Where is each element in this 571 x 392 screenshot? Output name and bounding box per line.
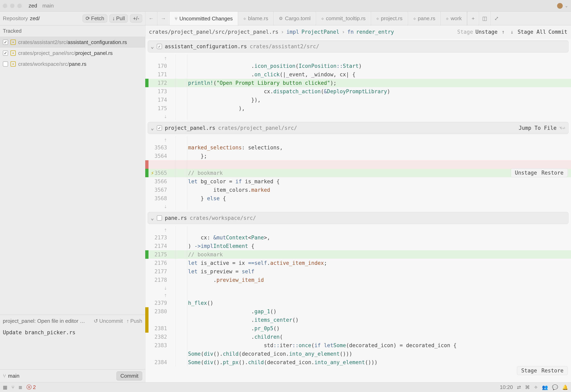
uncommit-button[interactable]: ↺Uncommit <box>94 318 123 324</box>
chevron-down-icon[interactable]: ⌄ <box>151 44 154 49</box>
stage-checkbox[interactable] <box>3 40 8 45</box>
last-commit-msg[interactable]: project_panel: Open file in editor … <box>3 318 90 324</box>
crumb-path[interactable]: crates/project_panel/src/project_panel.r… <box>149 29 278 35</box>
tab[interactable]: ⑂Uncommitted Changes <box>170 12 238 25</box>
unstage-button[interactable]: Unstage <box>475 29 498 35</box>
clock: 10:20 <box>500 384 513 390</box>
tab[interactable]: ⚙Cargo.toml <box>274 12 316 25</box>
project-name[interactable]: zed <box>29 3 37 9</box>
tab[interactable]: ⟐commit_tooltip.rs <box>316 12 371 25</box>
repo-row: Repository zed/ ⟳ Fetch ↓ Pull +/- <box>0 12 145 25</box>
expand-down-icon[interactable]: ⇣ <box>148 284 170 291</box>
collab-icon[interactable]: 👥 <box>542 385 548 390</box>
stage-all-button[interactable]: Stage All <box>517 29 546 35</box>
expand-down-icon[interactable]: ⇣ <box>148 203 170 210</box>
expand-down-icon[interactable]: ⇣ <box>148 113 170 120</box>
nav-fwd-button[interactable]: → <box>157 12 170 25</box>
arrow-down-icon: ↓ <box>112 15 115 22</box>
stage-hunk-button[interactable]: Stage <box>520 368 539 374</box>
repo-name[interactable]: zed/ <box>30 15 40 22</box>
unstage-hunk-button[interactable]: Unstage <box>513 170 539 176</box>
tab-label: Uncommitted Changes <box>179 15 233 22</box>
stage-dim[interactable]: Stage <box>457 29 473 35</box>
stage-toggle-button[interactable]: +/- <box>130 14 142 23</box>
pull-button[interactable]: ↓ Pull <box>109 14 128 23</box>
commit-inline-button[interactable]: Commit <box>548 29 567 35</box>
file-header[interactable]: ⌄ assistant_configuration.rs crates/assi… <box>148 40 569 53</box>
restore-hunk-button[interactable]: Restore <box>540 368 565 374</box>
file-row[interactable]: crates/project_panel/src/project_panel.r… <box>0 48 145 58</box>
restore-hunk-button[interactable]: Restore <box>540 170 565 176</box>
diagnostics-button[interactable]: ⓧ2 <box>27 384 36 391</box>
file-list: crates/assistant2/src/assistant_configur… <box>0 37 145 315</box>
expand-up-icon[interactable]: ⇡ <box>148 291 170 299</box>
tab[interactable]: ⟐project.rs <box>371 12 408 25</box>
tab-icon: ⚙ <box>279 16 283 21</box>
chevron-down-icon[interactable]: ⌄ <box>151 125 154 131</box>
file-stage-checkbox[interactable] <box>157 125 162 131</box>
prev-hunk-icon[interactable]: ↑ <box>500 29 506 35</box>
code-line: 3567 item_colors.marked <box>145 186 571 194</box>
tab[interactable]: ⟐pane.rs <box>408 12 441 25</box>
crumb-type[interactable]: ProjectPanel <box>301 29 339 35</box>
max-dot[interactable] <box>17 4 22 8</box>
chevron-down-icon[interactable]: ⌄ <box>151 215 154 221</box>
file-stage-checkbox[interactable] <box>157 215 162 221</box>
code-line: 172 println!("Open Prompt Library button… <box>145 79 571 87</box>
code-line: 3563 marked_selections: selections, <box>145 143 571 152</box>
chat-icon[interactable]: 💬 <box>552 385 558 390</box>
bell-icon[interactable]: 🔔 <box>562 385 568 390</box>
tab-label: pane.rs <box>418 15 435 22</box>
sync-icon[interactable]: ⇄ <box>517 385 521 390</box>
chevron-down-icon[interactable]: ⌄ <box>565 3 568 8</box>
fetch-button[interactable]: ⟳ Fetch <box>83 14 107 23</box>
new-tab-button[interactable]: + <box>467 12 479 25</box>
commit-area: project_panel: Open file in editor … ↺Un… <box>0 315 145 382</box>
stage-checkbox[interactable] <box>3 61 8 67</box>
code-line: 2173 cx: &mut Context<Pane>, <box>145 233 571 242</box>
git-icon[interactable]: ⑂ <box>12 385 14 390</box>
modified-icon <box>11 40 16 45</box>
min-dot[interactable] <box>10 4 14 8</box>
code-line: 2379 h_flex() <box>145 299 571 307</box>
code-line: .items_center() <box>145 316 571 324</box>
tab[interactable]: ⟐work <box>441 12 467 25</box>
code-line: 2174) -> impl IntoElement { <box>145 242 571 250</box>
expand-up-icon[interactable]: ⇡ <box>148 226 170 233</box>
nav-back-button[interactable]: ← <box>145 12 157 25</box>
next-hunk-icon[interactable]: ↓ <box>509 29 515 35</box>
branch-label[interactable]: main <box>8 373 19 379</box>
jump-to-file-button[interactable]: Jump To File <box>519 125 557 131</box>
diff-view[interactable]: ⌄ assistant_configuration.rs crates/assi… <box>145 38 571 382</box>
avatar[interactable] <box>557 3 563 9</box>
tab-icon: ⟐ <box>446 16 449 21</box>
tab-label: Cargo.toml <box>285 15 311 22</box>
commit-message-input[interactable]: Update branch_picker.rs <box>0 327 145 369</box>
code-line: 3564 }; <box>145 152 571 160</box>
modified-icon <box>11 50 16 56</box>
expand-up-icon[interactable]: ⇡ <box>148 136 170 143</box>
window-controls <box>3 4 22 8</box>
file-row[interactable]: crates/assistant2/src/assistant_configur… <box>0 37 145 48</box>
push-button[interactable]: ↑Push <box>127 318 142 324</box>
tab[interactable]: ⟐blame.rs <box>238 12 274 25</box>
file-stage-checkbox[interactable] <box>157 44 162 49</box>
file-header[interactable]: ⌄ project_panel.rs crates/project_panel/… <box>148 122 569 134</box>
terminal-icon[interactable]: ⌘ <box>525 385 530 390</box>
file-row[interactable]: crates/workspace/src/pane.rs <box>0 58 145 70</box>
panel-left-icon[interactable]: ▦ <box>3 385 7 390</box>
outline-icon[interactable]: ≣ <box>18 385 22 390</box>
file-dir: crates/project_panel/src/ <box>218 125 297 131</box>
ai-icon[interactable]: ✧ <box>534 385 538 390</box>
stage-checkbox[interactable] <box>3 50 8 56</box>
expand-up-icon[interactable]: ⇡ <box>148 55 170 62</box>
split-button[interactable]: ◫ <box>479 12 490 25</box>
crumb-fn[interactable]: render_entry <box>356 29 394 35</box>
branch-name[interactable]: main <box>42 3 54 9</box>
commit-button[interactable]: Commit <box>116 371 142 380</box>
crumb-kw-impl: impl <box>286 29 299 35</box>
maximize-button[interactable]: ⤢ <box>490 12 502 25</box>
close-dot[interactable] <box>3 4 7 8</box>
repo-label: Repository <box>3 15 28 22</box>
file-header[interactable]: ⌄ pane.rs crates/workspace/src/ <box>148 212 569 224</box>
